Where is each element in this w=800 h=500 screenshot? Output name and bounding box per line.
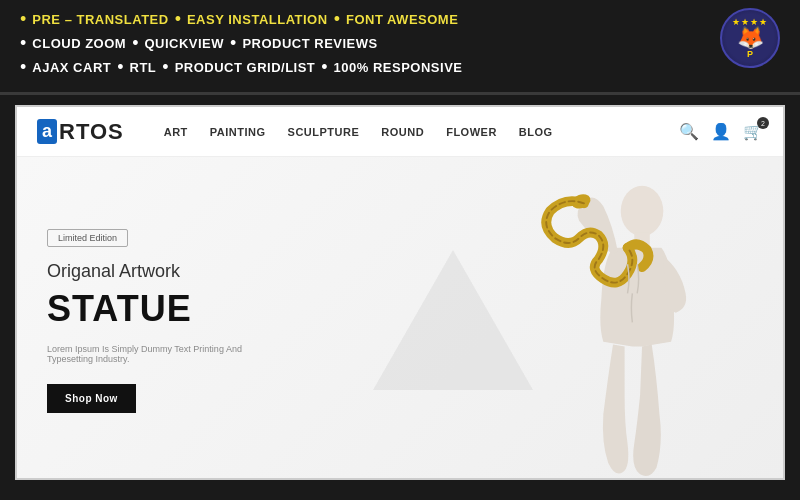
hero-content: Limited Edition Origanal Artwork STATUE … xyxy=(17,197,297,443)
preview-hero: Limited Edition Origanal Artwork STATUE … xyxy=(17,157,783,480)
cart-count: 2 xyxy=(757,117,769,129)
dot-4: • xyxy=(20,34,26,52)
avatar-label: P xyxy=(747,49,753,59)
statue-image xyxy=(473,172,753,480)
dot-8: • xyxy=(117,58,123,76)
preview-navbar: a RTOS ART PAINTING SCULPTURE ROUND FLOW… xyxy=(17,107,783,157)
feat-pre-translated: PRE – TRANSLATED xyxy=(32,12,168,27)
search-icon[interactable]: 🔍 xyxy=(679,122,699,141)
feat-easy-installation: EASY INSTALLATION xyxy=(187,12,328,27)
shop-now-button[interactable]: Shop Now xyxy=(47,384,136,413)
cart-icon[interactable]: 🛒 2 xyxy=(743,122,763,141)
nav-link-art[interactable]: ART xyxy=(164,126,188,138)
feat-font-awesome: FONT AWESOME xyxy=(346,12,458,27)
feat-responsive: 100% RESPONSIVE xyxy=(334,60,463,75)
top-banner: • PRE – TRANSLATED • EASY INSTALLATION •… xyxy=(0,0,800,92)
logo-brand-name: RTOS xyxy=(59,119,124,145)
dot-3: • xyxy=(334,10,340,28)
hero-title: STATUE xyxy=(47,288,267,330)
banner-row-2: • CLOUD ZOOM • QUICKVIEW • PRODUCT REVIE… xyxy=(20,34,780,52)
svg-point-0 xyxy=(621,186,664,236)
feat-ajax-cart: AJAX CART xyxy=(32,60,111,75)
feat-rtl: RTL xyxy=(130,60,157,75)
nav-link-flower[interactable]: FLOWER xyxy=(446,126,497,138)
dot-5: • xyxy=(132,34,138,52)
logo-container: a RTOS xyxy=(37,119,124,145)
nav-link-sculpture[interactable]: SCULPTURE xyxy=(288,126,360,138)
avatar-face: 🦊 xyxy=(737,27,764,49)
nav-link-painting[interactable]: PAINTING xyxy=(210,126,266,138)
dot-9: • xyxy=(162,58,168,76)
statue-svg xyxy=(483,182,743,480)
dot-6: • xyxy=(230,34,236,52)
dot-10: • xyxy=(321,58,327,76)
avatar-badge: ★★★★ 🦊 P xyxy=(720,8,780,68)
banner-row-3: • AJAX CART • RTL • PRODUCT GRID/LIST • … xyxy=(20,58,780,76)
user-icon[interactable]: 👤 xyxy=(711,122,731,141)
preview-area: a RTOS ART PAINTING SCULPTURE ROUND FLOW… xyxy=(15,105,785,480)
feat-product-reviews: PRODUCT REVIEWS xyxy=(242,36,377,51)
nav-link-round[interactable]: ROUND xyxy=(381,126,424,138)
nav-links: ART PAINTING SCULPTURE ROUND FLOWER BLOG xyxy=(164,126,679,138)
limited-badge: Limited Edition xyxy=(47,229,128,247)
feat-cloud-zoom: CLOUD ZOOM xyxy=(32,36,126,51)
logo-a-box: a xyxy=(37,119,57,144)
banner-divider xyxy=(0,92,800,95)
feat-product-grid: PRODUCT GRID/LIST xyxy=(175,60,316,75)
hero-description: Lorem Ipsum Is Simply Dummy Text Printin… xyxy=(47,344,267,364)
feat-quickview: QUICKVIEW xyxy=(144,36,224,51)
nav-icons: 🔍 👤 🛒 2 xyxy=(679,122,763,141)
hero-subtitle: Origanal Artwork xyxy=(47,261,267,282)
dot-2: • xyxy=(175,10,181,28)
dot-7: • xyxy=(20,58,26,76)
banner-row-1: • PRE – TRANSLATED • EASY INSTALLATION •… xyxy=(20,10,780,28)
dot-1: • xyxy=(20,10,26,28)
nav-link-blog[interactable]: BLOG xyxy=(519,126,553,138)
